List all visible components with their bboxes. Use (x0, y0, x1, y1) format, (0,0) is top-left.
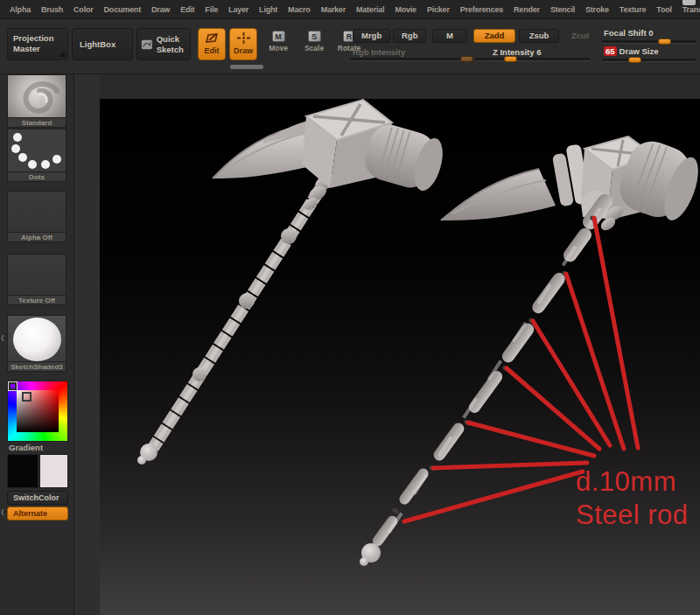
tray-divider[interactable] (74, 74, 100, 615)
sketch-icon (141, 38, 153, 52)
menu-stroke[interactable]: Stroke (583, 3, 612, 16)
main-color-swatch[interactable] (7, 454, 38, 488)
menubar: Alpha Brush Color Document Draw Edit Fil… (0, 0, 700, 19)
menu-edit[interactable]: Edit (178, 3, 197, 16)
alpha-selector[interactable]: Alpha Off (7, 191, 66, 242)
material-name: SketchShaded3 (7, 362, 66, 372)
alpha-thumbnail (7, 191, 66, 233)
hue-selector-icon (9, 382, 17, 390)
dots-stroke-icon (8, 129, 66, 172)
quick-sketch-button[interactable]: Quick Sketch (136, 28, 191, 60)
draw-label: Draw (230, 46, 256, 55)
mrgb-button[interactable]: Mrgb (353, 29, 390, 43)
rgb-intensity-handle[interactable] (460, 56, 473, 62)
draw-size-label-row: 65Draw Size (604, 46, 658, 56)
material-selector[interactable]: SketchShaded3 (7, 315, 66, 372)
menu-material[interactable]: Material (354, 3, 387, 16)
top-shelf: Projection Master LightBox Quick Sketch … (0, 19, 700, 74)
alpha-name: Alpha Off (7, 233, 66, 242)
z-intensity-label: Z Intensity 6 (493, 47, 541, 57)
menu-marker[interactable]: Marker (318, 3, 348, 16)
document-canvas[interactable]: d.10mm Steel rod (100, 74, 700, 615)
canvas-render: d.10mm Steel rod (100, 74, 700, 615)
annotation-text-line1: d.10mm (576, 466, 676, 497)
menu-light[interactable]: Light (256, 3, 280, 16)
rgb-intensity-label: Rgb Intensity (353, 47, 405, 57)
left-hammer-model (137, 100, 448, 465)
material-sphere-icon (13, 318, 61, 361)
menu-render[interactable]: Render (511, 3, 542, 16)
focal-shift-slider[interactable] (602, 40, 696, 44)
scale-button[interactable]: S Scale (298, 31, 331, 52)
annotation-text-line2: Steel rod (576, 500, 689, 530)
menu-brush[interactable]: Brush (38, 3, 66, 16)
edit-icon (205, 31, 220, 45)
menu-picker[interactable]: Picker (424, 3, 452, 16)
draw-size-handle[interactable] (628, 57, 641, 63)
material-thumbnail (7, 315, 66, 362)
focal-shift-label: Focal Shift 0 (604, 28, 653, 38)
brush-selector[interactable]: Standard (7, 74, 66, 128)
brush-name: Standard (7, 118, 66, 128)
crosshair-icon (236, 31, 251, 45)
secondary-color-swatch[interactable] (39, 454, 68, 488)
menu-file[interactable]: File (202, 3, 220, 16)
move-label: Move (262, 44, 295, 52)
color-picker[interactable] (7, 381, 68, 442)
switch-color-button[interactable]: SwitchColor (7, 491, 68, 505)
brush-thumbnail (7, 74, 66, 118)
menu-layer[interactable]: Layer (226, 3, 251, 16)
menu-document[interactable]: Document (102, 3, 144, 16)
lightbox-label: LightBox (80, 39, 116, 49)
texture-selector[interactable]: Texture Off (7, 254, 66, 305)
z-intensity-slider[interactable] (475, 58, 591, 61)
menu-alpha[interactable]: Alpha (7, 3, 33, 16)
edit-button[interactable]: Edit (198, 28, 226, 60)
sv-selector-icon (22, 392, 32, 402)
m-button[interactable]: M (432, 29, 467, 43)
window-corner-tab[interactable] (682, 0, 696, 5)
projection-master-label: Projection Master (13, 33, 53, 53)
menu-stencil[interactable]: Stencil (548, 3, 578, 16)
gradient-label: Gradient (9, 443, 43, 452)
menu-macro[interactable]: Macro (285, 3, 313, 16)
draw-button[interactable]: Draw (229, 28, 257, 60)
move-icon: M (272, 31, 285, 42)
stroke-thumbnail (7, 129, 66, 172)
panel-collapse-arrow-icon[interactable]: ❬ (0, 508, 5, 514)
texture-thumbnail (7, 254, 66, 296)
menu-texture[interactable]: Texture (617, 3, 648, 16)
menu-tool[interactable]: Tool (654, 3, 675, 16)
rgb-intensity-slider[interactable] (350, 58, 471, 61)
texture-name: Texture Off (7, 296, 66, 305)
standard-brush-icon (8, 75, 66, 118)
lightbox-button[interactable]: LightBox (72, 28, 133, 60)
draw-size-slider[interactable] (602, 59, 696, 62)
draw-size-value-badge: 65 (604, 46, 617, 56)
zsub-button[interactable]: Zsub (519, 29, 559, 43)
menu-movie[interactable]: Movie (392, 3, 419, 16)
menu-draw[interactable]: Draw (149, 3, 172, 16)
draw-size-label: Draw Size (620, 46, 659, 56)
alternate-button[interactable]: Alternate (7, 507, 68, 521)
projection-master-button[interactable]: Projection Master (7, 28, 68, 60)
zbrush-window: Alpha Brush Color Document Draw Edit Fil… (0, 0, 700, 615)
move-button[interactable]: M Move (262, 31, 295, 52)
zcut-button[interactable]: Zcut (563, 29, 598, 43)
zadd-button[interactable]: Zadd (473, 29, 515, 43)
scale-label: Scale (298, 44, 331, 52)
corner-fold-icon (59, 51, 65, 57)
shelf-scrollbar[interactable] (230, 65, 263, 69)
rgb-button[interactable]: Rgb (393, 29, 426, 43)
focal-shift-handle[interactable] (658, 38, 671, 45)
menu-preferences[interactable]: Preferences (458, 3, 506, 16)
menu-color[interactable]: Color (71, 3, 96, 16)
left-tray: Standard Dots Alpha Off Texture Off (0, 74, 74, 615)
stroke-name: Dots (7, 172, 66, 182)
edit-label: Edit (199, 46, 225, 55)
scale-icon: S (308, 31, 321, 42)
stroke-selector[interactable]: Dots (7, 129, 66, 182)
quick-sketch-label: Quick Sketch (157, 34, 186, 55)
panel-collapse-arrow-icon[interactable]: ❬ (0, 334, 5, 340)
z-intensity-handle[interactable] (504, 56, 517, 62)
